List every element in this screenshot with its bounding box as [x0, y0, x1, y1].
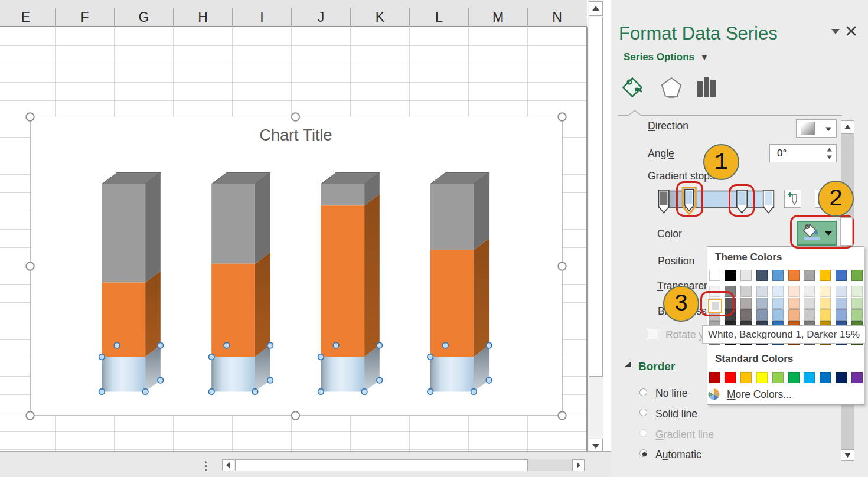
svg-text:Chart Title: Chart Title	[259, 126, 332, 144]
